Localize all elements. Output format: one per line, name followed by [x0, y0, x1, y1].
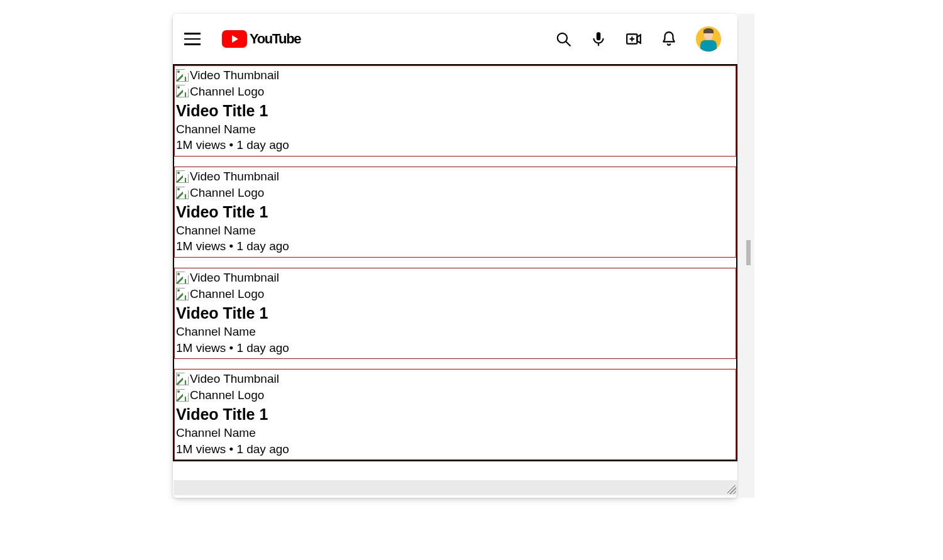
- channel-logo-alt-text: Channel Logo: [190, 84, 264, 100]
- thumbnail-broken: Video Thumbnail: [176, 270, 734, 286]
- header-left: YouTube: [184, 30, 301, 48]
- video-title: Video Title 1: [176, 404, 734, 425]
- channel-logo-broken: Channel Logo: [176, 387, 734, 404]
- video-channel: Channel Name: [176, 425, 734, 441]
- thumbnail-broken: Video Thumbnail: [176, 67, 734, 84]
- video-item[interactable]: Video Thumbnail Channel Logo Video Title…: [174, 167, 736, 258]
- bottom-status-strip: [174, 480, 737, 495]
- video-channel: Channel Name: [176, 324, 734, 340]
- hamburger-menu-icon[interactable]: [184, 30, 203, 48]
- logo-mark-icon: [222, 30, 247, 48]
- svg-line-1: [566, 41, 570, 46]
- svg-rect-2: [597, 32, 601, 40]
- video-title: Video Title 1: [176, 202, 734, 222]
- broken-image-icon: [176, 170, 189, 183]
- scrollbar-track[interactable]: [739, 14, 754, 498]
- video-list: Video Thumbnail Channel Logo Video Title…: [173, 64, 737, 461]
- microphone-icon[interactable]: [590, 31, 607, 47]
- thumbnail-alt-text: Video Thumbnail: [190, 371, 279, 387]
- video-title: Video Title 1: [176, 303, 734, 324]
- video-meta: 1M views • 1 day ago: [176, 441, 734, 458]
- app-frame: YouTube: [173, 14, 737, 498]
- channel-logo-broken: Channel Logo: [176, 286, 734, 302]
- broken-image-icon: [176, 288, 189, 300]
- thumbnail-alt-text: Video Thumbnail: [190, 270, 279, 286]
- logo[interactable]: YouTube: [222, 30, 301, 48]
- channel-logo-broken: Channel Logo: [176, 84, 734, 100]
- create-video-icon[interactable]: [626, 31, 642, 47]
- broken-image-icon: [176, 85, 189, 97]
- resize-grip-icon[interactable]: [727, 485, 736, 494]
- avatar[interactable]: [696, 26, 721, 52]
- video-meta: 1M views • 1 day ago: [176, 137, 734, 153]
- video-title: Video Title 1: [176, 101, 734, 121]
- thumbnail-alt-text: Video Thumbnail: [190, 67, 279, 84]
- channel-logo-alt-text: Channel Logo: [190, 185, 264, 201]
- channel-logo-alt-text: Channel Logo: [190, 286, 264, 302]
- broken-image-icon: [176, 272, 189, 284]
- video-channel: Channel Name: [176, 121, 734, 138]
- header-bar: YouTube: [173, 14, 737, 64]
- video-item[interactable]: Video Thumbnail Channel Logo Video Title…: [174, 268, 736, 359]
- video-item[interactable]: Video Thumbnail Channel Logo Video Title…: [174, 369, 736, 460]
- channel-logo-alt-text: Channel Logo: [190, 387, 264, 404]
- thumbnail-broken: Video Thumbnail: [176, 371, 734, 387]
- header-right: [555, 26, 721, 52]
- broken-image-icon: [176, 69, 189, 82]
- search-icon[interactable]: [555, 31, 571, 47]
- video-meta: 1M views • 1 day ago: [176, 340, 734, 356]
- broken-image-icon: [176, 187, 189, 199]
- video-channel: Channel Name: [176, 222, 734, 239]
- channel-logo-broken: Channel Logo: [176, 185, 734, 201]
- thumbnail-broken: Video Thumbnail: [176, 168, 734, 185]
- broken-image-icon: [176, 373, 189, 385]
- content-scroll-area[interactable]: Video Thumbnail Channel Logo Video Title…: [173, 64, 737, 485]
- notifications-icon[interactable]: [661, 31, 677, 47]
- broken-image-icon: [176, 389, 189, 402]
- thumbnail-alt-text: Video Thumbnail: [190, 168, 279, 185]
- video-meta: 1M views • 1 day ago: [176, 238, 734, 255]
- video-item[interactable]: Video Thumbnail Channel Logo Video Title…: [174, 65, 736, 156]
- scrollbar-thumb[interactable]: [746, 240, 751, 265]
- logo-text: YouTube: [250, 31, 301, 47]
